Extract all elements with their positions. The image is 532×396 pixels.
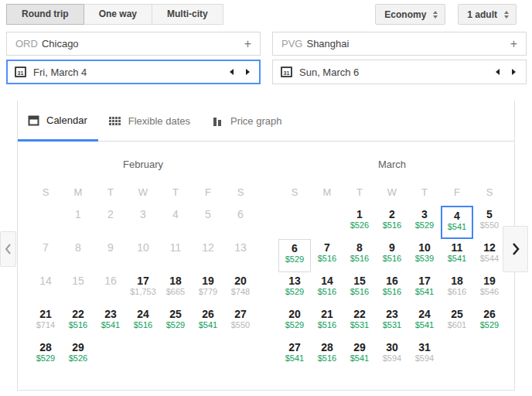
calendar-day[interactable]: 3$529 (408, 206, 441, 239)
destination-input[interactable]: PVG Shanghai + (272, 32, 527, 56)
calendar-day[interactable]: 21$516 (311, 306, 343, 339)
multi-city-button[interactable]: Multi-city (152, 4, 223, 25)
day-number: 6 (224, 208, 257, 220)
calendar-day[interactable]: 13$529 (278, 272, 311, 306)
one-way-button[interactable]: One way (84, 4, 152, 25)
price-label: $539 (408, 254, 441, 264)
calendar-day[interactable]: 25$601 (441, 306, 473, 339)
calendar-day[interactable]: 28$516 (311, 339, 343, 372)
calendar-day[interactable]: 4$541 (441, 206, 473, 239)
passenger-controls: Economy 1 adult (375, 4, 517, 25)
day-number: 22 (343, 308, 376, 320)
departure-date-value: Fri, March 4 (33, 67, 87, 78)
calendar-day[interactable]: 20$529 (278, 306, 311, 339)
day-number: 22 (62, 308, 94, 320)
calendar-week-row: 20$52921$51622$53123$53124$54125$60126$5… (278, 306, 506, 339)
add-origin-button[interactable]: + (244, 38, 251, 50)
calendar-day[interactable]: 28$529 (29, 339, 62, 372)
trip-type-switcher: Round trip One way Multi-city (6, 4, 223, 25)
calendar-day[interactable]: 9$516 (376, 239, 408, 272)
calendar-icon (28, 114, 39, 126)
calendar-day[interactable]: 22$516 (62, 306, 94, 339)
calendar-day[interactable]: 23$531 (376, 306, 408, 339)
price-label: $748 (224, 287, 257, 297)
calendar-day[interactable]: 27$550 (224, 306, 257, 339)
day-number: 29 (343, 341, 376, 353)
calendar-week-row: 27$54128$51629$54130$59431$594 (278, 339, 506, 372)
calendar-day[interactable]: 25$529 (159, 306, 192, 339)
day-number: 8 (343, 241, 376, 254)
add-destination-button[interactable]: + (510, 38, 517, 50)
price-label: $516 (343, 254, 376, 264)
next-month-button[interactable] (503, 226, 528, 272)
return-date-field[interactable]: 31 Sun, March 6 (272, 60, 527, 84)
calendar-day[interactable]: 14$516 (311, 272, 343, 306)
departure-date-field[interactable]: 31 Fri, March 4 (6, 60, 261, 84)
tab-flexible-dates[interactable]: Flexible dates (98, 101, 201, 141)
day-number: 27 (278, 341, 311, 353)
empty-cell (94, 339, 127, 372)
day-of-week-label: F (441, 186, 473, 198)
calendar-day[interactable]: 15$516 (343, 272, 376, 306)
day-number: 29 (62, 341, 94, 353)
tab-flexible-dates-label: Flexible dates (128, 115, 190, 127)
calendar-day[interactable]: 27$541 (278, 339, 311, 372)
calendar-day[interactable]: 6$529 (278, 239, 311, 272)
previous-day-icon[interactable] (230, 69, 234, 75)
calendar-day[interactable]: 31$594 (408, 339, 441, 372)
day-number: 27 (224, 308, 257, 320)
calendar-day[interactable]: 19$779 (192, 272, 224, 306)
calendar-day[interactable]: 12$544 (473, 239, 506, 272)
next-day-icon[interactable] (246, 69, 250, 75)
calendar-day[interactable]: 26$541 (192, 306, 224, 339)
previous-month-button[interactable] (0, 231, 16, 267)
calendar-day[interactable]: 11$541 (441, 239, 473, 272)
day-number: 10 (408, 241, 441, 254)
calendar-day[interactable]: 8$516 (343, 239, 376, 272)
empty-cell (192, 339, 224, 372)
day-number: 30 (376, 341, 408, 353)
calendar-day[interactable]: 24$516 (127, 306, 159, 339)
calendar-day[interactable]: 18$665 (159, 272, 192, 306)
calendar-day[interactable]: 5$550 (473, 206, 506, 239)
calendar-day[interactable]: 23$541 (94, 306, 127, 339)
next-day-icon[interactable] (512, 69, 516, 75)
calendar-day[interactable]: 16$516 (376, 272, 408, 306)
calendar-day[interactable]: 24$541 (408, 306, 441, 339)
previous-day-icon[interactable] (496, 69, 500, 75)
price-label: $531 (376, 320, 408, 330)
price-label: $779 (192, 287, 224, 297)
cabin-class-select[interactable]: Economy (375, 4, 445, 25)
calendar-day[interactable]: 20$748 (224, 272, 257, 306)
calendar-day[interactable]: 7$516 (311, 239, 343, 272)
round-trip-button[interactable]: Round trip (6, 4, 84, 25)
price-label: $616 (441, 287, 473, 297)
day-number: 1 (343, 208, 376, 220)
tab-price-graph[interactable]: Price graph (201, 101, 292, 141)
price-label: $516 (376, 287, 408, 297)
price-label: $594 (376, 353, 408, 364)
calendar-day[interactable]: 26$529 (473, 306, 506, 339)
date-steppers (230, 69, 252, 75)
passenger-count-select[interactable]: 1 adult (458, 4, 517, 25)
calendar-day[interactable]: 18$616 (441, 272, 473, 306)
calendar-day[interactable]: 19$546 (473, 272, 506, 306)
calendar-day[interactable]: 21$714 (29, 306, 62, 339)
price-label: $529 (279, 254, 310, 265)
calendar-day[interactable]: 29$541 (343, 339, 376, 372)
calendar-day[interactable]: 1$526 (343, 206, 376, 239)
tab-calendar[interactable]: Calendar (18, 101, 98, 142)
chevron-left-icon (5, 243, 12, 255)
day-number: 24 (127, 308, 159, 320)
calendar-day[interactable]: 17$1,753 (127, 272, 159, 306)
calendar-day[interactable]: 10$539 (408, 239, 441, 272)
price-label: $541 (441, 254, 473, 264)
calendar-day[interactable]: 29$526 (62, 339, 94, 372)
calendar-day: 13 (224, 239, 257, 272)
cabin-class-value: Economy (384, 9, 426, 20)
calendar-day[interactable]: 22$531 (343, 306, 376, 339)
calendar-day[interactable]: 2$516 (376, 206, 408, 239)
origin-input[interactable]: ORD Chicago + (6, 32, 261, 56)
calendar-day[interactable]: 17$541 (408, 272, 441, 306)
calendar-day[interactable]: 30$594 (376, 339, 408, 372)
